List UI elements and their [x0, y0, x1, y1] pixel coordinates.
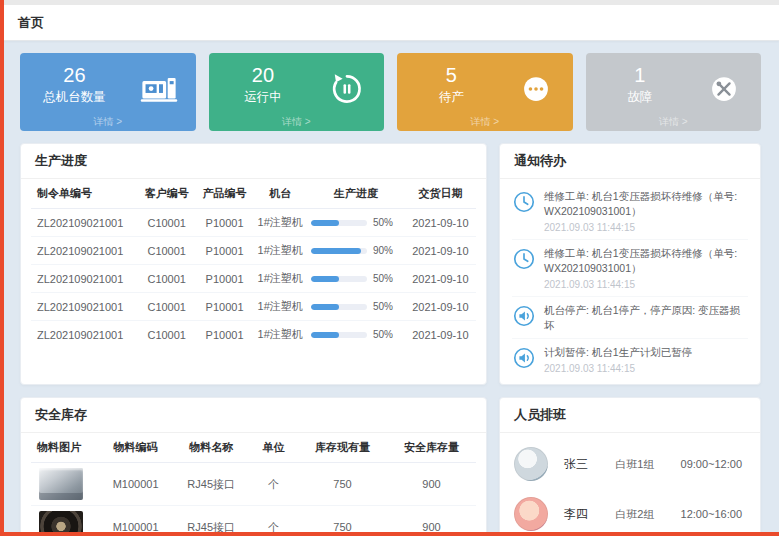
- progress-bar: 50%: [311, 329, 401, 340]
- progress-track: [311, 304, 367, 310]
- stat-value: 1: [586, 64, 695, 86]
- column-header: 物料图片: [31, 433, 98, 463]
- progress-label: 90%: [373, 245, 393, 256]
- notification-item[interactable]: 计划暂停: 机台1生产计划已暂停 2021.09.03 11:44:15: [512, 338, 748, 380]
- stat-card-fault: 1 故障 详情 >: [586, 53, 762, 131]
- progress-bar: 50%: [311, 301, 401, 312]
- stat-label: 待产: [397, 89, 506, 106]
- production-table-wrap: 制令单编号 客户编号 产品编号 机台 生产进度 交货日期 ZL202109021: [21, 179, 486, 352]
- page-title: 首页: [18, 14, 44, 32]
- progress-track: [311, 276, 367, 282]
- schedule-row: 李四 白班2组 12:00~16:00: [514, 489, 746, 536]
- notification-content: 计划暂停: 机台1生产计划已暂停 2021.09.03 11:44:15: [544, 345, 692, 374]
- production-table: 制令单编号 客户编号 产品编号 机台 生产进度 交货日期 ZL202109021: [31, 179, 476, 348]
- stat-card-running: 20 运行中 详情 >: [209, 53, 385, 131]
- order-number-cell: ZL202109021001: [31, 265, 138, 293]
- column-header: 产品编号: [196, 179, 254, 209]
- column-header: 安全库存量: [387, 433, 476, 463]
- left-edge-accent: [0, 0, 4, 536]
- notification-timestamp: 2021.09.03 11:44:15: [544, 363, 692, 374]
- progress-cell: 50%: [307, 293, 405, 321]
- detail-link[interactable]: 详情 >: [20, 115, 196, 129]
- material-name-cell: RJ45接口: [173, 463, 249, 506]
- shift-time: 12:00~16:00: [681, 508, 746, 520]
- stat-info: 20 运行中: [209, 53, 318, 106]
- progress-fill: [311, 276, 339, 282]
- stat-card-waiting: 5 待产 详情 >: [397, 53, 573, 131]
- stat-label: 故障: [586, 89, 695, 106]
- notification-icon: [512, 190, 536, 214]
- order-number-cell: ZL202109021001: [31, 321, 138, 349]
- notification-content: 机台停产: 机台1停产，停产原因: 变压器损坏: [544, 303, 748, 333]
- product-cell: P10001: [196, 293, 254, 321]
- customer-cell: C10001: [138, 321, 196, 349]
- tools-icon: [705, 70, 743, 108]
- speaker-icon: [512, 346, 536, 370]
- notification-text: 维修工单: 机台1变压器损坏待维修（单号: WX202109031001）: [544, 246, 748, 276]
- avatar: [514, 497, 548, 531]
- delivery-date-cell: 2021-09-10: [405, 321, 476, 349]
- progress-track: [311, 332, 367, 338]
- detail-link[interactable]: 详情 >: [397, 115, 573, 129]
- delivery-date-cell: 2021-09-10: [405, 293, 476, 321]
- detail-link[interactable]: 详情 >: [209, 115, 385, 129]
- production-row: ZL202109021001 C10001 P10001 1#注塑机 50%: [31, 293, 476, 321]
- customer-cell: C10001: [138, 237, 196, 265]
- column-header: 机台: [253, 179, 306, 209]
- column-header: 单位: [249, 433, 298, 463]
- shift-label: 白班1组: [615, 457, 680, 472]
- progress-fill: [311, 332, 339, 338]
- stat-value: 5: [397, 64, 506, 86]
- dashboard: 26 总机台数量 详情 > 20 运行中: [0, 41, 779, 536]
- customer-cell: C10001: [138, 209, 196, 237]
- ellipsis-icon: [517, 70, 555, 108]
- notification-item[interactable]: 维修工单: 机台1变压器损坏待维修（单号: WX202109031001） 20…: [512, 239, 748, 296]
- stat-cards: 26 总机台数量 详情 > 20 运行中: [20, 53, 761, 131]
- order-number-cell: ZL202109021001: [31, 209, 138, 237]
- progress-label: 50%: [373, 329, 393, 340]
- material-code-cell: M100001: [98, 463, 174, 506]
- progress-bar: 90%: [311, 245, 401, 256]
- column-header: 物料编码: [98, 433, 174, 463]
- inventory-table-wrap: 物料图片 物料编码 物料名称 单位 库存现有量 安全库存量: [21, 433, 486, 536]
- progress-fill: [311, 248, 361, 254]
- clock-icon: [512, 190, 536, 214]
- progress-fill: [311, 304, 339, 310]
- column-header: 交货日期: [405, 179, 476, 209]
- notification-timestamp: 2021.09.03 11:44:15: [544, 279, 748, 290]
- notification-content: 维修工单: 机台1变压器损坏待维修（单号: WX202109031001） 20…: [544, 189, 748, 233]
- detail-link[interactable]: 详情 >: [586, 115, 762, 129]
- top-bar: 首页: [0, 5, 779, 41]
- panel-production-progress: 生产进度 制令单编号 客户编号 产品编号 机台 生产进度 交货日期: [20, 143, 487, 385]
- customer-cell: C10001: [138, 293, 196, 321]
- column-header: 制令单编号: [31, 179, 138, 209]
- order-number-cell: ZL202109021001: [31, 293, 138, 321]
- stat-value: 20: [209, 64, 318, 86]
- machine-cell: 1#注塑机: [253, 293, 306, 321]
- table-header-row: 制令单编号 客户编号 产品编号 机台 生产进度 交货日期: [31, 179, 476, 209]
- notification-icon: [512, 304, 536, 328]
- machine-cell: 1#注塑机: [253, 265, 306, 293]
- stat-info: 5 待产: [397, 53, 506, 106]
- notification-icon: [512, 346, 536, 370]
- circular-arrows-icon: [328, 70, 366, 108]
- clock-icon: [512, 247, 536, 271]
- unit-cell: 个: [249, 463, 298, 506]
- notification-text: 维修工单: 机台1变压器损坏待维修（单号: WX202109031001）: [544, 189, 748, 219]
- production-row: ZL202109021001 C10001 P10001 1#注塑机 50%: [31, 321, 476, 349]
- material-image: [39, 468, 83, 500]
- table-header-row: 物料图片 物料编码 物料名称 单位 库存现有量 安全库存量: [31, 433, 476, 463]
- stat-info: 1 故障: [586, 53, 695, 106]
- notification-list: 维修工单: 机台1变压器损坏待维修（单号: WX202109031001） 20…: [500, 179, 760, 384]
- stat-value: 26: [20, 64, 129, 86]
- panels-grid: 生产进度 制令单编号 客户编号 产品编号 机台 生产进度 交货日期: [20, 143, 761, 536]
- speaker-icon: [512, 304, 536, 328]
- stat-info: 26 总机台数量: [20, 53, 129, 106]
- machine-cell: 1#注塑机: [253, 237, 306, 265]
- notification-item[interactable]: 维修工单: 机台1变压器损坏待维修（单号: WX202109031001） 20…: [512, 183, 748, 239]
- inventory-table: 物料图片 物料编码 物料名称 单位 库存现有量 安全库存量: [31, 433, 476, 536]
- progress-cell: 50%: [307, 265, 405, 293]
- notification-item[interactable]: 机台停产: 机台1停产，停产原因: 变压器损坏: [512, 296, 748, 339]
- production-row: ZL202109021001 C10001 P10001 1#注塑机 50%: [31, 209, 476, 237]
- staff-name: 张三: [564, 456, 615, 473]
